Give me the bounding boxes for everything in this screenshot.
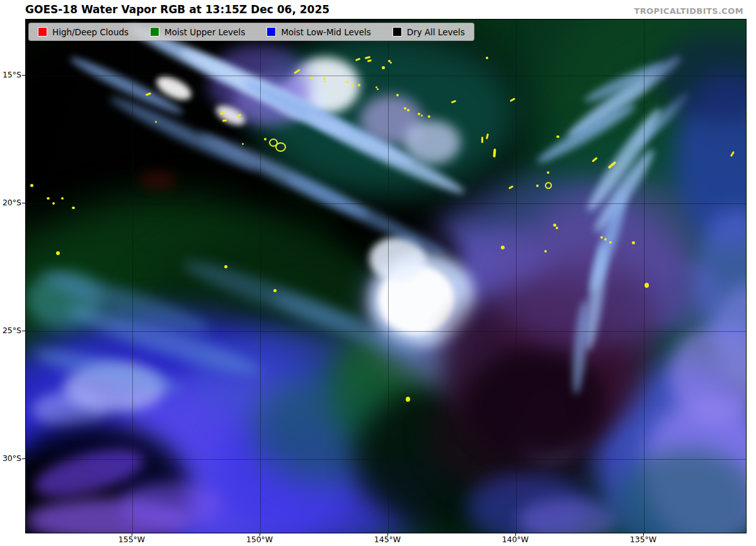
island-outline-mark <box>632 241 635 244</box>
satellite-imagery-map: High/Deep Clouds Moist Upper Levels Mois… <box>25 19 747 533</box>
island-outline-mark <box>346 81 348 83</box>
island-outline-mark <box>421 115 423 117</box>
island-outline-mark <box>72 207 75 209</box>
lat-label-20s: 20°S <box>0 198 21 207</box>
island-outline-mark <box>428 115 430 118</box>
lon-label-135w: 135°W <box>623 535 663 544</box>
island-outline-mark <box>224 265 227 268</box>
island-outline-mark <box>311 77 313 79</box>
lon-label-155w: 155°W <box>112 535 152 544</box>
island-outline-mark <box>501 246 505 249</box>
island-outline-mark <box>358 84 360 86</box>
island-outline-mark <box>324 81 326 82</box>
black-swatch-icon <box>392 27 402 37</box>
island-outline-mark <box>390 62 392 64</box>
legend-item-dry-all-levels: Dry All Levels <box>392 27 465 37</box>
legend-item-moist-upper: Moist Upper Levels <box>150 27 245 37</box>
island-outline-mark <box>30 184 33 187</box>
island-outline-mark <box>61 197 64 200</box>
lon-label-145w: 145°W <box>367 535 408 544</box>
lat-tick <box>22 331 25 331</box>
page-title: GOES-18 Water Vapor RGB at 13:15Z Dec 06… <box>25 3 329 16</box>
island-outline-mark <box>600 236 603 239</box>
legend-label: High/Deep Clouds <box>52 27 129 37</box>
red-swatch-icon <box>38 27 47 37</box>
island-outline-mark <box>352 84 354 87</box>
island-outline-mark <box>323 77 326 80</box>
island-outline-mark <box>407 109 410 111</box>
island-outline-mark <box>377 88 379 90</box>
lat-label-30s: 30°S <box>0 454 21 463</box>
island-outline-mark <box>275 142 286 152</box>
island-outline-mark <box>644 283 649 288</box>
island-outline-mark <box>273 289 277 292</box>
watermark: TROPICALTIDBITS.COM <box>634 6 743 16</box>
island-outline-mark <box>545 182 552 189</box>
lat-tick <box>22 458 25 459</box>
lat-label-25s: 25°S <box>0 326 21 335</box>
island-outline-mark <box>382 66 385 69</box>
green-swatch-icon <box>150 27 159 37</box>
island-outline-mark <box>418 113 420 115</box>
island-outline-mark <box>396 94 399 96</box>
island-outline-mark <box>544 250 547 253</box>
island-outline-mark <box>56 251 60 255</box>
island-outline-mark <box>556 135 559 138</box>
island-outline-mark <box>406 397 410 402</box>
blue-swatch-icon <box>266 27 276 37</box>
legend-label: Dry All Levels <box>407 27 465 37</box>
lat-label-15s: 15°S <box>0 71 21 79</box>
lat-tick <box>22 75 25 76</box>
island-outline-mark <box>556 227 558 229</box>
island-outline-mark <box>47 197 50 200</box>
lon-label-150w: 150°W <box>239 535 280 544</box>
island-outline-mark <box>52 202 55 205</box>
legend-label: Moist Upper Levels <box>164 27 245 37</box>
island-outline-mark <box>604 238 607 241</box>
lon-label-140w: 140°W <box>495 535 536 544</box>
legend-item-high-deep-clouds: High/Deep Clouds <box>38 27 129 37</box>
legend-label: Moist Low-Mid Levels <box>281 27 371 37</box>
island-outline-mark <box>481 137 483 143</box>
island-outline-mark <box>609 241 612 244</box>
island-outline-mark <box>242 143 244 145</box>
island-outline-mark <box>486 57 488 59</box>
island-outline-mark <box>155 121 157 123</box>
page: GOES-18 Water Vapor RGB at 13:15Z Dec 06… <box>0 0 756 546</box>
island-outline-mark <box>547 171 549 174</box>
legend: High/Deep Clouds Moist Upper Levels Mois… <box>28 23 474 41</box>
legend-item-moist-low-mid: Moist Low-Mid Levels <box>266 27 371 37</box>
island-outline-mark <box>264 138 266 140</box>
island-outline-mark <box>536 185 539 187</box>
lat-tick <box>22 203 25 203</box>
island-outline-mark <box>404 107 406 110</box>
